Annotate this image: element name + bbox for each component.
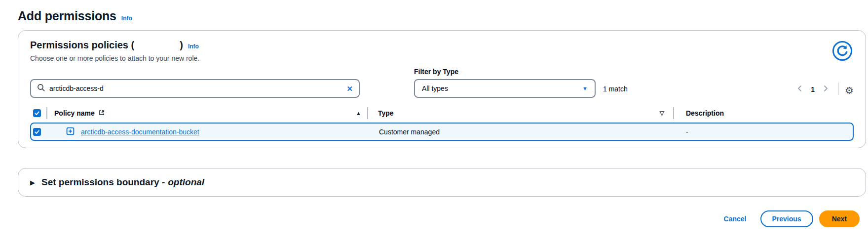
table-controls: ✕ Filter by Type All types ▼ 1 match 1 xyxy=(30,68,854,98)
table-settings-button[interactable]: ⚙ xyxy=(845,85,854,95)
row-type-cell: Customer managed xyxy=(369,128,674,136)
expand-triangle-icon: ▶ xyxy=(30,179,35,186)
panel-titles: Permissions policies () Info Choose one … xyxy=(30,40,199,62)
previous-page-button[interactable] xyxy=(794,83,806,95)
selected-filter-value: All types xyxy=(422,84,448,92)
cancel-button[interactable]: Cancel xyxy=(716,211,755,227)
panel-title: Permissions policies () Info xyxy=(30,40,199,51)
search-box[interactable]: ✕ xyxy=(30,79,360,98)
external-link-icon xyxy=(98,109,105,118)
current-page-button[interactable]: 1 xyxy=(806,85,820,93)
boundary-title-text: Set permissions boundary - xyxy=(41,177,165,187)
select-all-checkbox[interactable] xyxy=(33,109,41,117)
refresh-icon xyxy=(832,55,853,63)
search-input[interactable] xyxy=(49,84,342,92)
policies-table: Policy name ▲ Type ▽ xyxy=(30,105,854,141)
divider xyxy=(838,82,839,95)
next-button[interactable]: Next xyxy=(819,210,860,227)
refresh-button[interactable] xyxy=(832,41,853,63)
type-filter-select[interactable]: All types ▼ xyxy=(414,79,596,98)
panel-title-suffix: ) xyxy=(180,40,183,51)
row-select-cell xyxy=(31,128,47,136)
permissions-policies-panel: Permissions policies () Info Choose one … xyxy=(18,30,866,148)
column-header-policy-name[interactable]: Policy name ▲ xyxy=(47,109,367,118)
wizard-footer: Cancel Previous Next xyxy=(0,210,860,227)
type-filter-group: Filter by Type All types ▼ xyxy=(414,68,596,98)
expand-plus-icon xyxy=(66,127,75,137)
page-header: Add permissions Info xyxy=(0,0,868,23)
expand-row-button[interactable] xyxy=(66,127,75,137)
description-header-label: Description xyxy=(686,109,724,117)
row-description-cell: - xyxy=(674,128,853,136)
search-icon xyxy=(37,83,45,93)
page-title: Add permissions xyxy=(18,9,116,23)
policy-name-header-label: Policy name xyxy=(54,109,95,117)
row-policy-name-cell: arcticdb-access-documentation-bucket xyxy=(48,127,369,137)
add-permissions-page: Add permissions Info Permissions policie… xyxy=(0,0,868,250)
chevron-right-icon xyxy=(822,84,830,94)
type-header-label: Type xyxy=(378,109,394,117)
permissions-boundary-panel[interactable]: ▶ Set permissions boundary -optional xyxy=(18,168,866,197)
boundary-optional-text: optional xyxy=(168,177,204,187)
match-count: 1 match xyxy=(603,85,628,93)
column-header-type[interactable]: Type ▽ xyxy=(368,109,673,117)
filter-label: Filter by Type xyxy=(414,68,596,76)
next-page-button[interactable] xyxy=(820,83,831,95)
table-header-row: Policy name ▲ Type ▽ xyxy=(30,105,854,122)
column-header-description: Description xyxy=(674,109,854,117)
sort-descending-icon[interactable]: ▽ xyxy=(660,110,664,117)
policy-name-link[interactable]: arcticdb-access-documentation-bucket xyxy=(81,128,199,136)
row-checkbox[interactable] xyxy=(33,128,41,136)
previous-button[interactable]: Previous xyxy=(760,210,813,227)
select-all-cell xyxy=(30,109,46,117)
page-info-link[interactable]: Info xyxy=(121,15,132,22)
gear-icon: ⚙ xyxy=(845,85,854,96)
panel-title-prefix: Permissions policies ( xyxy=(30,40,134,51)
panel-info-link[interactable]: Info xyxy=(188,43,199,50)
chevron-down-icon: ▼ xyxy=(582,85,588,91)
table-row[interactable]: arcticdb-access-documentation-bucket Cus… xyxy=(30,123,854,141)
sort-ascending-icon[interactable]: ▲ xyxy=(356,110,361,116)
clear-search-icon[interactable]: ✕ xyxy=(346,85,353,92)
chevron-left-icon xyxy=(796,84,804,94)
boundary-panel-title: Set permissions boundary -optional xyxy=(41,177,204,188)
pagination: 1 xyxy=(794,83,831,95)
panel-description: Choose one or more policies to attach to… xyxy=(30,54,199,62)
